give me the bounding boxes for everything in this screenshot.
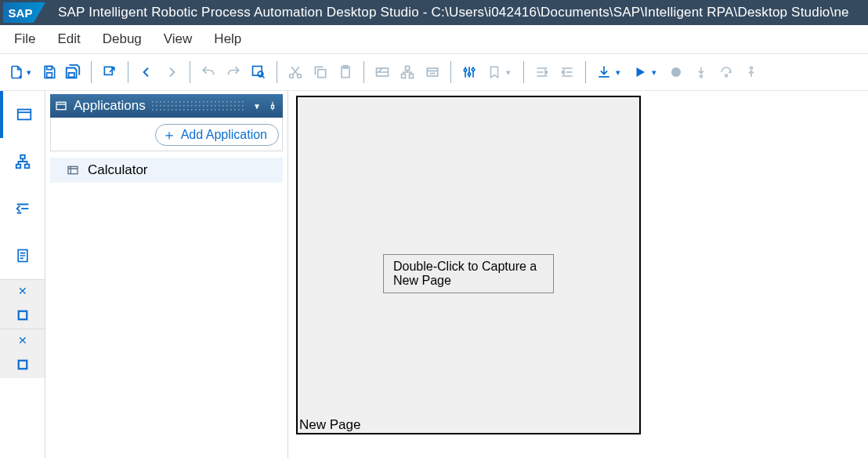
svg-point-19 [671,67,681,77]
menu-help[interactable]: Help [203,27,252,52]
svg-rect-1 [47,73,52,78]
svg-rect-24 [20,155,25,159]
vtab-workflow[interactable] [0,138,45,185]
plus-icon: ＋ [162,128,176,142]
title-bar: SAP SAP Intelligent Robotic Process Auto… [0,0,868,25]
vtab-closed-2[interactable]: ✕ [0,329,45,378]
panel-header[interactable]: Applications ▼ [50,94,283,118]
panel-drag-handle[interactable] [150,100,244,112]
svg-rect-25 [16,165,20,169]
svg-point-21 [725,75,728,77]
new-file-dropdown[interactable]: ▾ [27,67,38,78]
menu-view[interactable]: View [153,27,204,52]
svg-rect-4 [253,67,262,76]
main-body: ✕ ✕ Applications ▼ ＋ [0,91,868,458]
copy-button[interactable] [309,60,332,84]
capture-hint[interactable]: Double-Click to Capture a New Page [383,254,554,293]
save-all-button[interactable] [61,60,85,84]
step-out-button[interactable] [740,60,763,84]
svg-rect-29 [18,361,27,369]
layout-2-button[interactable] [396,60,419,84]
svg-rect-12 [406,67,410,71]
stop-icon [16,358,30,372]
sap-logo: SAP [0,0,49,25]
svg-rect-26 [24,165,29,169]
svg-rect-8 [318,70,326,78]
undo-button[interactable] [197,60,220,84]
app-item-calculator[interactable]: Calculator [50,158,283,183]
application-tree: Calculator [50,151,283,189]
indent-right-button[interactable] [555,60,579,84]
vtab-applications[interactable] [0,91,45,138]
close-icon[interactable]: ✕ [0,280,45,302]
step-into-button[interactable] [689,60,713,84]
panel-title: Applications [74,98,146,114]
page-frame[interactable]: Double-Click to Capture a New Page New P… [296,96,641,434]
indent-left-button[interactable] [530,60,554,84]
redo-button[interactable] [222,60,245,84]
svg-rect-30 [56,102,66,109]
vtab-scripts[interactable] [0,185,45,232]
pin-icon[interactable] [267,100,278,111]
svg-point-20 [700,75,703,78]
forward-button[interactable] [160,60,183,84]
bookmark-dropdown[interactable]: ▾ [506,67,517,78]
back-button[interactable] [135,60,158,84]
close-icon[interactable]: ✕ [0,329,45,351]
applications-panel: Applications ▼ ＋ Add Application Calcula… [45,91,288,458]
new-file-button[interactable] [5,60,28,84]
find-button[interactable] [247,60,270,84]
run-dropdown[interactable]: ▾ [652,67,663,78]
svg-rect-15 [427,68,437,76]
add-application-label: Add Application [181,128,267,142]
menu-bar: File Edit Debug View Help [0,25,868,53]
svg-rect-14 [410,75,414,78]
svg-point-16 [464,69,466,71]
svg-rect-0 [47,67,52,70]
bookmark-button[interactable] [483,60,506,84]
svg-rect-2 [69,73,74,78]
app-item-label: Calculator [88,162,148,178]
step-over-button[interactable] [714,60,738,84]
layout-1-button[interactable] [371,60,394,84]
menu-file[interactable]: File [3,27,46,52]
stop-icon [16,308,30,322]
record-button[interactable] [664,60,688,84]
sap-logo-text: SAP [3,2,45,23]
menu-edit[interactable]: Edit [46,27,91,52]
add-application-button[interactable]: ＋ Add Application [155,124,279,146]
svg-rect-13 [402,75,406,78]
vtab-documents[interactable] [0,232,45,279]
canvas-area: Double-Click to Capture a New Page New P… [288,91,868,458]
download-button[interactable] [592,60,616,84]
svg-rect-23 [17,110,31,120]
cut-button[interactable] [284,60,307,84]
window-title: SAP Intelligent Robotic Process Automati… [58,5,849,20]
page-label: New Page [299,417,360,433]
paste-button[interactable] [334,60,357,84]
export-button[interactable] [98,60,121,84]
svg-rect-28 [18,311,27,320]
run-button[interactable] [628,60,652,84]
svg-point-18 [472,68,474,71]
svg-point-17 [468,73,470,75]
add-application-row: ＋ Add Application [50,118,283,151]
layout-3-button[interactable] [421,60,444,84]
window-icon [55,100,67,112]
vtab-closed-1[interactable]: ✕ [0,279,45,329]
panel-menu-dropdown[interactable]: ▼ [253,102,261,111]
svg-point-22 [750,67,753,69]
settings-button[interactable] [458,60,481,84]
download-dropdown[interactable]: ▾ [616,67,627,78]
vertical-tab-strip: ✕ ✕ [0,91,45,458]
toolbar: ▾ [0,53,868,91]
app-icon [66,164,80,176]
svg-rect-31 [68,166,78,173]
menu-debug[interactable]: Debug [92,27,153,52]
save-button[interactable] [38,60,61,84]
